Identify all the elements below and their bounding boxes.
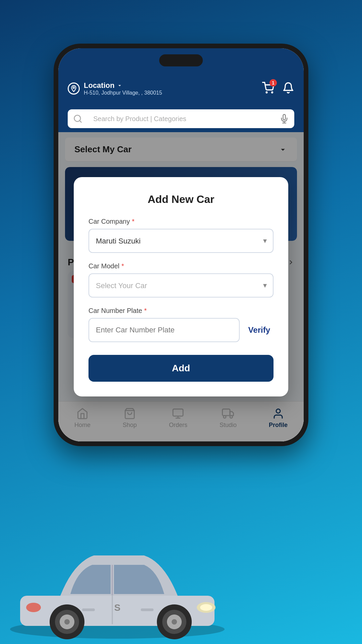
modal-overlay: Add New Car Car Company * Maruti Suzuki … <box>58 132 304 441</box>
svg-point-24 <box>55 610 79 634</box>
search-icon <box>73 114 82 123</box>
app-header: Location H-510, Jodhpur Village, , 38001… <box>58 72 304 105</box>
car-model-group: Car Model * Select Your Car Swift Baleno… <box>88 262 274 298</box>
svg-point-0 <box>73 87 75 89</box>
verify-button[interactable]: Verify <box>245 325 274 335</box>
svg-rect-33 <box>141 608 154 611</box>
car-number-group: Car Number Plate * Verify <box>88 307 274 342</box>
car-company-select[interactable]: Maruti Suzuki Honda Toyota Hyundai <box>88 229 274 253</box>
location-pin-icon <box>68 83 80 95</box>
required-star-company: * <box>132 218 134 225</box>
svg-rect-32 <box>82 608 95 611</box>
modal-box: Add New Car Car Company * Maruti Suzuki … <box>74 177 288 396</box>
car-model-select-wrapper[interactable]: Select Your Car Swift Baleno Alto Dzire … <box>88 273 274 298</box>
car-company-select-wrapper[interactable]: Maruti Suzuki Honda Toyota Hyundai ▾ <box>88 229 274 253</box>
svg-rect-17 <box>20 596 215 626</box>
search-bar[interactable]: | Search by Product | Categories <box>68 109 294 128</box>
svg-point-2 <box>272 92 273 93</box>
svg-point-23 <box>50 604 84 639</box>
add-button[interactable]: Add <box>88 355 274 382</box>
required-star-number: * <box>144 307 147 315</box>
svg-point-25 <box>60 614 74 629</box>
car-number-input[interactable] <box>88 318 240 342</box>
car-number-label: Car Number Plate * <box>88 307 274 315</box>
svg-point-20 <box>197 602 216 613</box>
dynamic-island <box>159 54 203 66</box>
cart-wrapper[interactable]: 1 <box>262 82 274 95</box>
number-plate-row: Verify <box>88 318 274 342</box>
svg-point-16 <box>10 620 225 639</box>
svg-point-28 <box>162 610 186 634</box>
svg-point-22 <box>26 603 41 612</box>
phone-frame: Location H-510, Jodhpur Village, , 38001… <box>54 44 308 446</box>
car-silhouette: S <box>0 515 235 643</box>
search-placeholder: Search by Product | Categories <box>93 115 276 123</box>
header-icons: 1 <box>262 82 294 95</box>
main-content: Select My Car Products <box>58 132 304 441</box>
location-section[interactable]: Location H-510, Jodhpur Village, , 38001… <box>68 81 262 96</box>
svg-point-1 <box>266 92 267 93</box>
location-address: H-510, Jodhpur Village, , 380015 <box>84 90 162 96</box>
svg-line-4 <box>79 120 81 122</box>
svg-text:S: S <box>114 602 121 613</box>
mic-icon[interactable] <box>280 114 289 123</box>
car-model-select[interactable]: Select Your Car Swift Baleno Alto Dzire <box>88 273 274 298</box>
svg-point-27 <box>157 604 192 639</box>
svg-point-26 <box>64 619 70 625</box>
cart-badge: 1 <box>269 79 277 87</box>
required-star-model: * <box>121 262 124 270</box>
svg-point-30 <box>172 619 177 625</box>
car-image-container: S <box>0 515 235 644</box>
svg-point-29 <box>167 614 182 629</box>
modal-title: Add New Car <box>88 193 274 206</box>
car-model-label: Car Model * <box>88 262 274 270</box>
car-company-label: Car Company * <box>88 218 274 225</box>
location-name: Location <box>84 81 115 90</box>
notification-icon[interactable] <box>282 82 294 95</box>
svg-point-21 <box>200 604 212 611</box>
car-company-group: Car Company * Maruti Suzuki Honda Toyota… <box>88 218 274 253</box>
phone-screen: Location H-510, Jodhpur Village, , 38001… <box>58 48 304 441</box>
location-title: Location <box>84 81 162 90</box>
location-text: Location H-510, Jodhpur Village, , 38001… <box>84 81 162 96</box>
search-section: | Search by Product | Categories <box>58 105 304 132</box>
